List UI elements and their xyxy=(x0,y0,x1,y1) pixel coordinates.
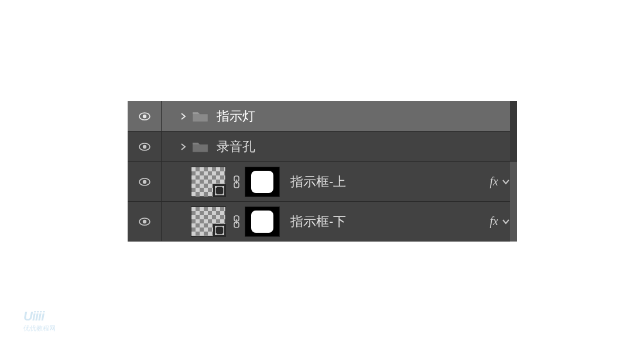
smart-object-badge-icon xyxy=(213,184,226,197)
eye-icon xyxy=(139,112,150,120)
layer-thumbnail[interactable] xyxy=(191,167,226,197)
fx-label: fx xyxy=(490,175,498,188)
smart-object-badge-icon xyxy=(213,224,226,237)
layer-content: 指示框-下 xyxy=(162,202,517,241)
layer-name[interactable]: 指示框-下 xyxy=(290,213,346,230)
layer-row-group[interactable]: 录音孔 xyxy=(128,132,517,162)
scrollbar-thumb[interactable] xyxy=(510,162,517,242)
layer-mask-thumbnail[interactable] xyxy=(245,206,280,237)
folder-icon xyxy=(192,140,208,153)
chevron-right-icon[interactable] xyxy=(179,143,187,151)
eye-icon xyxy=(139,178,150,186)
svg-rect-10 xyxy=(215,194,217,195)
chevron-right-icon[interactable] xyxy=(179,112,187,120)
svg-point-5 xyxy=(142,180,146,183)
visibility-toggle[interactable] xyxy=(128,202,162,241)
link-icon[interactable] xyxy=(232,175,241,188)
svg-point-16 xyxy=(142,219,146,223)
layer-effects[interactable]: fx xyxy=(490,175,510,188)
watermark-subtitle: 优优教程网 xyxy=(23,324,56,333)
layer-name[interactable]: 指示框-上 xyxy=(290,173,346,191)
layer-effects[interactable]: fx xyxy=(490,215,510,228)
layer-row-smart[interactable]: 指示框-下 fx xyxy=(128,202,517,242)
layers-panel: 指示灯 录音孔 xyxy=(128,101,517,242)
layer-mask-thumbnail[interactable] xyxy=(245,167,280,197)
svg-rect-8 xyxy=(215,186,217,188)
eye-icon xyxy=(139,218,150,226)
layer-row-smart[interactable]: 指示框-上 fx xyxy=(128,162,517,202)
svg-rect-11 xyxy=(222,194,224,195)
folder-icon xyxy=(192,110,208,123)
chevron-down-icon[interactable] xyxy=(502,178,510,186)
layer-thumbnail[interactable] xyxy=(191,206,226,237)
eye-icon xyxy=(139,143,150,151)
scrollbar-track xyxy=(510,101,517,162)
visibility-toggle[interactable] xyxy=(128,162,162,201)
fx-label: fx xyxy=(490,215,498,228)
visibility-toggle[interactable] xyxy=(128,101,162,131)
chevron-down-icon[interactable] xyxy=(502,218,510,226)
link-icon[interactable] xyxy=(232,215,241,228)
watermark-logo: Uiiii xyxy=(23,309,56,324)
layer-content: 指示框-上 xyxy=(162,162,517,201)
svg-point-3 xyxy=(142,144,146,148)
visibility-toggle[interactable] xyxy=(128,132,162,161)
layer-name[interactable]: 录音孔 xyxy=(217,138,255,156)
layer-row-group[interactable]: 指示灯 xyxy=(128,101,517,132)
svg-rect-19 xyxy=(215,226,217,227)
layer-content: 录音孔 xyxy=(162,132,517,161)
watermark: Uiiii 优优教程网 xyxy=(23,309,56,333)
svg-rect-22 xyxy=(222,233,224,235)
svg-point-1 xyxy=(142,114,146,118)
svg-rect-21 xyxy=(215,233,217,235)
layer-name[interactable]: 指示灯 xyxy=(217,108,255,125)
svg-rect-9 xyxy=(222,186,224,188)
svg-rect-20 xyxy=(222,226,224,227)
layer-content: 指示灯 xyxy=(162,101,517,131)
